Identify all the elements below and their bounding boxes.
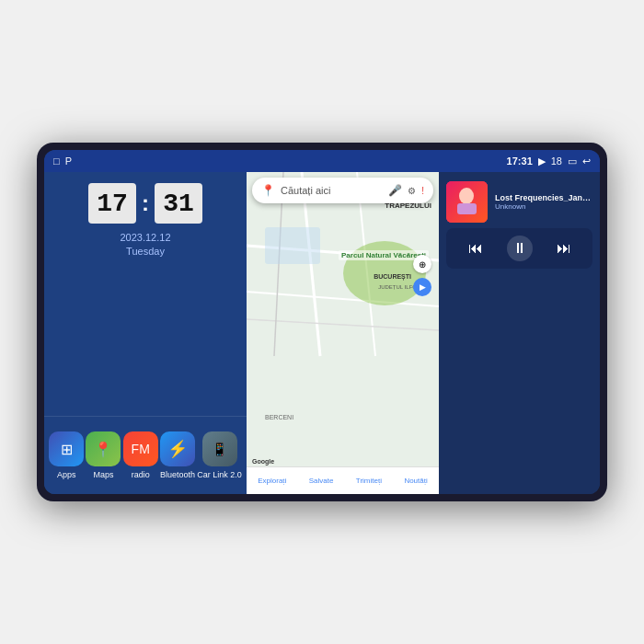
- map-bottom-bar: Explorați Salvate Trimiteți Noutăți: [247, 466, 439, 494]
- next-button[interactable]: ⏭: [551, 236, 577, 261]
- maps-label: Maps: [93, 470, 113, 479]
- music-text: Lost Frequencies_Janieck Devy-... Unknow…: [495, 193, 592, 211]
- map-label-berceni: BERCENI: [265, 414, 293, 420]
- home-icon: □: [53, 155, 60, 167]
- left-panel: 17 : 31 2023.12.12 Tuesday: [44, 172, 247, 494]
- map-search-text: Căutați aici: [281, 185, 383, 196]
- nav-icon: P: [65, 155, 72, 167]
- bluetooth-icon-bg: ⚡: [160, 431, 195, 466]
- back-icon[interactable]: ↩: [582, 155, 591, 167]
- music-title: Lost Frequencies_Janieck Devy-...: [495, 193, 592, 202]
- map-compass[interactable]: ⊕: [413, 255, 431, 273]
- map-mic-icon[interactable]: 🎤: [388, 184, 402, 197]
- album-art: [446, 181, 488, 223]
- map-svg: [247, 172, 439, 494]
- music-info: Lost Frequencies_Janieck Devy-... Unknow…: [439, 172, 600, 228]
- apps-icon: ⊞: [49, 431, 84, 466]
- app-bar: ⊞ Apps 📍 Maps FM radio: [44, 416, 247, 494]
- next-icon: ⏭: [557, 240, 571, 257]
- apps-label: Apps: [57, 470, 76, 479]
- map-nav-icon: ▶: [420, 282, 426, 292]
- maps-icon: 📍: [86, 431, 121, 466]
- map-alert-icon: !: [421, 186, 424, 196]
- signal-icon: ▶: [538, 155, 546, 167]
- status-bar: □ P 17:31 ▶ 18 ▭ ↩: [44, 150, 600, 172]
- status-right-icons: 17:31 ▶ 18 ▭ ↩: [507, 155, 591, 167]
- app-icon-radio[interactable]: FM radio: [123, 431, 158, 479]
- svg-rect-12: [457, 203, 477, 214]
- prev-button[interactable]: ⏮: [463, 236, 489, 261]
- app-icon-bluetooth[interactable]: ⚡ Bluetooth: [160, 431, 195, 479]
- bluetooth-label: Bluetooth: [160, 470, 195, 479]
- prev-icon: ⏮: [468, 240, 483, 257]
- svg-rect-8: [265, 227, 320, 264]
- status-left-icons: □ P: [53, 155, 72, 167]
- clock-minutes: 31: [163, 190, 194, 218]
- clock-hours: 17: [97, 190, 128, 218]
- map-search-bar[interactable]: 📍 Căutați aici 🎤 ⚙ !: [252, 178, 433, 203]
- screen: □ P 17:31 ▶ 18 ▭ ↩ 17: [44, 150, 600, 494]
- app-icon-apps[interactable]: ⊞ Apps: [49, 431, 84, 479]
- music-player: Lost Frequencies_Janieck Devy-... Unknow…: [439, 172, 600, 494]
- clock-date-line1: 2023.12.12: [120, 232, 170, 243]
- battery-icon: ▭: [568, 155, 577, 167]
- play-pause-button[interactable]: ⏸: [507, 236, 533, 261]
- map-btn-saved[interactable]: Salvate: [309, 477, 334, 485]
- map-area[interactable]: 📍 Căutați aici 🎤 ⚙ ! UZANA TRAPEZULUI BE…: [247, 172, 439, 494]
- carlink-icon-bg: 📱: [202, 431, 237, 466]
- album-art-svg: [446, 181, 488, 223]
- map-btn-explore[interactable]: Explorați: [258, 477, 286, 485]
- clock-display: 17 : 31: [88, 183, 202, 224]
- radio-label: radio: [132, 470, 150, 479]
- app-icon-maps[interactable]: 📍 Maps: [86, 431, 121, 479]
- carlink-label: Car Link 2.0: [197, 470, 242, 479]
- map-label-bucuresti: BUCUREȘTI: [374, 273, 411, 280]
- google-logo: Google: [252, 458, 274, 465]
- map-nav-button[interactable]: ▶: [413, 278, 431, 296]
- map-btn-send[interactable]: Trimiteți: [356, 477, 382, 485]
- app-icon-carlink[interactable]: 📱 Car Link 2.0: [197, 431, 242, 479]
- map-btn-news[interactable]: Noutăți: [404, 477, 427, 485]
- clock-hours-block: 17: [88, 183, 136, 224]
- main-content: 17 : 31 2023.12.12 Tuesday: [44, 172, 600, 494]
- play-pause-icon: ⏸: [512, 240, 527, 257]
- battery-level: 18: [551, 155, 562, 167]
- clock-minutes-block: 31: [155, 183, 202, 224]
- map-pin-icon: 📍: [261, 184, 275, 197]
- clock-widget: 17 : 31 2023.12.12 Tuesday: [44, 172, 247, 416]
- status-time: 17:31: [507, 155, 533, 167]
- music-controls: ⏮ ⏸ ⏭: [446, 228, 592, 269]
- right-panel: Lost Frequencies_Janieck Devy-... Unknow…: [439, 172, 600, 494]
- radio-icon-bg: FM: [123, 431, 158, 466]
- map-options-icon[interactable]: ⚙: [408, 186, 416, 196]
- music-artist: Unknown: [495, 202, 592, 211]
- car-display-device: □ P 17:31 ▶ 18 ▭ ↩ 17: [37, 143, 607, 501]
- svg-point-11: [459, 188, 474, 204]
- clock-date: 2023.12.12 Tuesday: [120, 231, 170, 259]
- clock-colon: :: [142, 190, 149, 216]
- clock-date-line2: Tuesday: [126, 246, 165, 257]
- map-background: 📍 Căutați aici 🎤 ⚙ ! UZANA TRAPEZULUI BE…: [247, 172, 439, 494]
